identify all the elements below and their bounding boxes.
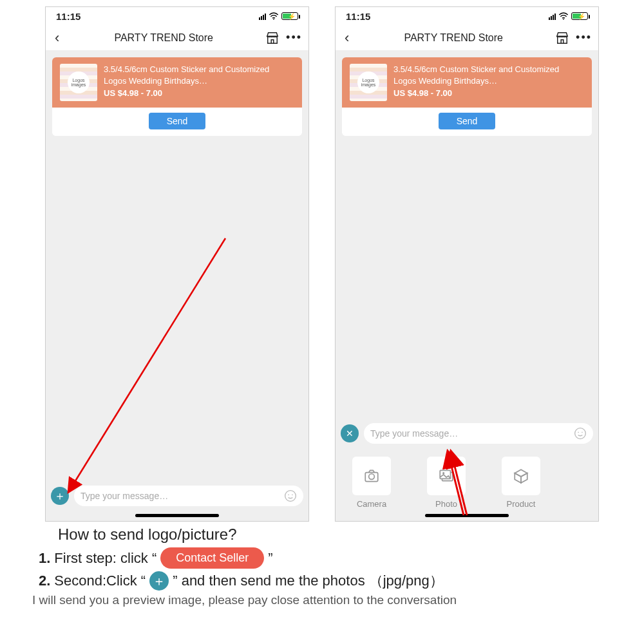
message-input[interactable] [80,491,284,501]
message-input[interactable] [370,428,574,439]
battery-icon: ⚡ [571,12,588,20]
svg-point-7 [582,432,583,433]
svg-point-9 [369,474,375,480]
product-thumbnail: Logos images [350,64,387,101]
back-button[interactable]: ‹ [52,30,62,46]
product-thumbnail: Logos images [60,64,97,101]
svg-point-4 [563,19,564,20]
svg-point-5 [575,428,586,439]
svg-point-6 [578,432,579,433]
attach-product-label: Product [507,499,536,509]
store-icon[interactable] [265,32,279,44]
instructions-footer: I will send you a preview image, please … [32,593,605,607]
instructions-block: How to send logo/picture? 1. First step:… [0,522,644,607]
signal-icon [549,12,556,20]
svg-point-0 [273,19,274,20]
attach-plus-button[interactable]: ＋ [51,487,69,505]
product-share-card: Logos images 3.5/4.5/6cm Custom Sticker … [342,57,592,136]
contact-seller-pill[interactable]: Contact Seller [160,547,264,569]
plus-pill-icon: ＋ [149,571,169,591]
nav-bar: ‹ PARTY TREND Store ••• [336,25,598,51]
home-indicator [135,514,219,517]
more-button[interactable]: ••• [286,31,302,44]
instruction-step-1: 1. First step: click “ Contact Seller ” [39,547,605,569]
status-bar: 11:15 ⚡ [336,7,598,25]
attach-camera-label: Camera [357,499,386,509]
product-title: 3.5/4.5/6cm Custom Sticker and Customize… [104,64,294,86]
status-bar: 11:15 ⚡ [46,7,308,25]
send-product-button[interactable]: Send [439,113,496,129]
product-price: US $4.98 - 7.00 [104,88,294,99]
attachment-panel: Camera Photo [336,449,598,511]
emoji-icon[interactable] [574,427,587,440]
chat-area: Logos images 3.5/4.5/6cm Custom Sticker … [46,51,308,480]
signal-icon [259,12,266,20]
product-share-card: Logos images 3.5/4.5/6cm Custom Sticker … [52,57,302,136]
phone-chat-collapsed: 11:15 ⚡ ‹ PARTY TREND Store [45,6,309,522]
attach-photo-option[interactable]: Photo [421,457,472,509]
message-input-bar: ＋ [46,480,308,511]
instruction-step-2: 2. Second:Click “ ＋ ” and then send me t… [39,571,605,591]
emoji-icon[interactable] [284,489,297,502]
attach-product-option[interactable]: Product [495,457,547,509]
svg-point-2 [288,495,289,496]
send-product-button[interactable]: Send [149,113,206,129]
attach-camera-option[interactable]: Camera [346,457,397,509]
battery-icon: ⚡ [281,12,298,20]
camera-icon [363,468,380,484]
more-button[interactable]: ••• [576,31,592,44]
chat-area: Logos images 3.5/4.5/6cm Custom Sticker … [336,51,598,418]
store-icon[interactable] [555,32,569,44]
svg-point-1 [285,491,296,502]
message-input-bar: ✕ [336,418,598,449]
home-indicator [425,514,509,517]
page-title: PARTY TREND Store [66,32,261,44]
wifi-icon [269,12,279,20]
product-price: US $4.98 - 7.00 [393,88,584,99]
nav-bar: ‹ PARTY TREND Store ••• [46,25,308,51]
instructions-heading: How to send logo/picture? [58,526,605,544]
svg-point-3 [292,495,293,496]
attach-close-button[interactable]: ✕ [341,424,359,442]
page-title: PARTY TREND Store [355,32,551,44]
attach-photo-label: Photo [435,499,457,509]
status-time: 11:15 [56,11,80,22]
back-button[interactable]: ‹ [342,30,352,46]
wifi-icon [558,12,569,20]
product-cube-icon [513,468,529,484]
phone-chat-expanded: 11:15 ⚡ ‹ PARTY TREND Store [335,6,599,522]
product-title: 3.5/4.5/6cm Custom Sticker and Customize… [393,64,584,86]
photo-icon [438,468,455,484]
status-time: 11:15 [346,11,370,22]
